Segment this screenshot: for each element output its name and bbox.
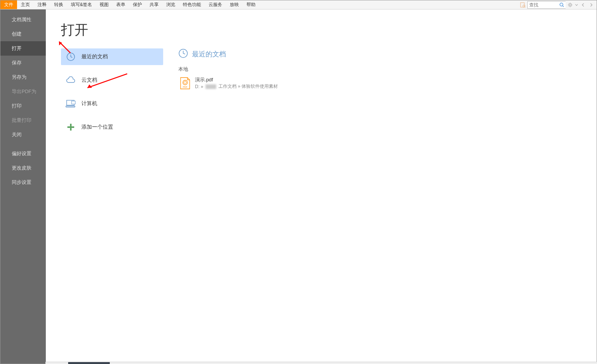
sidebar-item-preferences[interactable]: 偏好设置 [0, 146, 46, 161]
sidebar-item-batchprint[interactable]: 批量打印 [0, 113, 46, 128]
sidebar-item-saveas[interactable]: 另存为 [0, 70, 46, 84]
svg-point-3 [560, 3, 563, 6]
search-input[interactable] [528, 2, 558, 8]
obscured-path-segment [206, 84, 216, 89]
menu-fillsign[interactable]: 填写&签名 [67, 0, 96, 9]
sidebar-item-open[interactable]: 打开 [0, 41, 46, 56]
svg-point-5 [569, 4, 571, 6]
svg-text:PDF: PDF [183, 86, 187, 88]
location-label: 计算机 [81, 100, 97, 107]
file-sidebar: 文档属性 创建 打开 保存 另存为 导出PDF为 打印 批量打印 关闭 偏好设置… [0, 9, 46, 364]
recent-file-item[interactable]: PDF 演示.pdf D: » 工作文档 » 体验软件使用素材 [178, 74, 581, 92]
nav-back-icon[interactable] [579, 1, 587, 9]
recent-header: 最近的文档 [178, 48, 581, 60]
svg-rect-8 [66, 106, 75, 107]
menu-protect[interactable]: 保护 [129, 0, 146, 9]
recent-panel: 最近的文档 本地 PDF 演示.pdf [178, 48, 581, 135]
location-list: 最近的文档 云文档 计算机 [61, 48, 163, 135]
menu-home[interactable]: 主页 [17, 0, 34, 9]
sidebar-item-properties[interactable]: 文档属性 [0, 12, 46, 27]
computer-icon [65, 98, 76, 109]
location-cloud[interactable]: 云文档 [61, 72, 163, 89]
search-box[interactable] [527, 1, 566, 9]
right-toolbar [519, 0, 597, 9]
gear-icon[interactable] [566, 1, 574, 9]
file-path: D: » 工作文档 » 体验软件使用素材 [195, 83, 278, 90]
clock-icon [178, 48, 188, 60]
location-computer[interactable]: 计算机 [61, 95, 163, 112]
sidebar-item-sync[interactable]: 同步设置 [0, 175, 46, 190]
menu-view[interactable]: 视图 [96, 0, 112, 9]
menu-convert[interactable]: 转换 [50, 0, 67, 9]
svg-line-2 [525, 7, 525, 8]
sidebar-item-create[interactable]: 创建 [0, 27, 46, 41]
recent-title: 最近的文档 [192, 50, 226, 59]
search-icon[interactable] [558, 1, 566, 9]
content-area: 打开 最近的文档 云文档 [46, 9, 597, 364]
location-label: 最近的文档 [81, 53, 108, 60]
top-menu-bar: 文件 主页 注释 转换 填写&签名 视图 表单 保护 共享 浏览 特色功能 云服… [0, 0, 597, 9]
menu-share[interactable]: 共享 [146, 0, 162, 9]
sidebar-item-close[interactable]: 关闭 [0, 128, 46, 142]
sidebar-item-skin[interactable]: 更改皮肤 [0, 161, 46, 175]
menu-file[interactable]: 文件 [0, 0, 17, 9]
page-title: 打开 [61, 21, 581, 39]
file-info: 演示.pdf D: » 工作文档 » 体验软件使用素材 [195, 76, 278, 90]
cloud-icon [65, 75, 76, 86]
svg-rect-11 [67, 126, 74, 128]
dropdown-icon[interactable] [575, 1, 578, 9]
file-name: 演示.pdf [195, 76, 278, 83]
menu-cloud[interactable]: 云服务 [205, 0, 226, 9]
clock-icon [65, 51, 76, 62]
location-add[interactable]: 添加一个位置 [61, 119, 163, 135]
sidebar-item-print[interactable]: 打印 [0, 99, 46, 113]
location-label: 添加一个位置 [81, 124, 113, 131]
find-doc-icon[interactable] [519, 1, 527, 9]
svg-line-4 [563, 6, 564, 7]
menu-help[interactable]: 帮助 [243, 0, 259, 9]
status-bar [45, 362, 597, 364]
location-recent[interactable]: 最近的文档 [61, 48, 163, 65]
plus-icon [65, 122, 76, 132]
menu-comment[interactable]: 注释 [34, 0, 50, 9]
sidebar-item-save[interactable]: 保存 [0, 56, 46, 70]
menu-browse[interactable]: 浏览 [162, 0, 179, 9]
sidebar-item-export[interactable]: 导出PDF为 [0, 84, 46, 99]
nav-forward-icon[interactable] [588, 1, 595, 9]
menu-feature[interactable]: 特色功能 [179, 0, 205, 9]
menu-present[interactable]: 放映 [226, 0, 243, 9]
svg-rect-9 [72, 101, 75, 104]
location-label: 云文档 [81, 77, 97, 84]
local-section-label: 本地 [178, 66, 581, 73]
pdf-file-icon: PDF [180, 77, 190, 89]
menu-form[interactable]: 表单 [112, 0, 129, 9]
